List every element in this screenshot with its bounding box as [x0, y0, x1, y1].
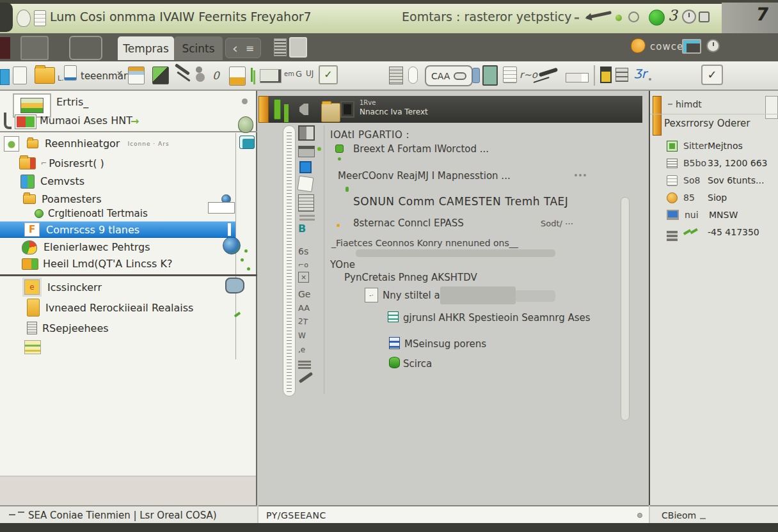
sidebar-item-poisresrt[interactable]: ⌐ Poisresrt( )	[0, 155, 235, 172]
sidebar-item-comrscss-selected[interactable]: F Comrscss 9 tlanes	[0, 221, 235, 238]
ring-icon[interactable]	[628, 12, 639, 22]
stack-icon[interactable]	[615, 68, 628, 82]
title-bar: Lum Cosi onmma IVAIW Feernits Freyahor7 …	[0, 4, 778, 33]
content-line-large[interactable]: SONUN Comm CAMESTEN Tremh TAEJ	[353, 195, 568, 208]
tool-glyph-aa[interactable]: AA	[298, 303, 310, 313]
content-line[interactable]: PynCretais Pnneg AKSHTDV	[344, 272, 477, 283]
cowce-label[interactable]: cowce	[650, 41, 683, 52]
panel-orange-icon[interactable]	[128, 66, 145, 84]
prop-value: Siop	[708, 192, 727, 203]
pencil-tool-icon[interactable]	[299, 372, 314, 384]
window-tool-icon[interactable]	[298, 125, 315, 141]
nav-button-group[interactable]: ‹ ≡	[225, 38, 261, 58]
page-tool-icon[interactable]	[298, 176, 314, 192]
vertical-ruler[interactable]	[283, 125, 296, 396]
tool-glyph-w[interactable]: W	[298, 331, 306, 340]
status-dot[interactable]	[637, 513, 642, 518]
sidebar-item-icssinckerr[interactable]: e Icssinckerr	[0, 278, 235, 297]
mouse-small-icon[interactable]	[238, 116, 253, 133]
green-dot-icon	[615, 15, 622, 21]
sidebar-item-elenierlawec[interactable]: Elenierlawec Pehtrgs	[0, 239, 235, 256]
menu-icon[interactable]: ≡	[246, 42, 254, 54]
confirm-panel-icon[interactable]: ✓	[701, 65, 723, 85]
checkbox-icon[interactable]: -·	[365, 288, 378, 302]
sidebar-item-ivneaed[interactable]: Ivneaed Rerockiieail Realaiss	[0, 297, 235, 318]
clock-small-icon[interactable]	[706, 39, 720, 52]
tool-glyph-e[interactable]: ,e	[298, 345, 305, 354]
printer-tool-icon[interactable]	[298, 146, 315, 157]
content-line[interactable]: gjrunsl AHKR Spestieoin Seamnrg Ases	[403, 312, 591, 324]
sidebar-item-cemvsts[interactable]: Cemvsts	[0, 173, 235, 190]
dot-icon	[649, 78, 651, 81]
monitor-icon[interactable]	[682, 39, 701, 54]
caa-dropdown[interactable]: CAA	[425, 65, 473, 86]
monitor-cursor-icon[interactable]	[260, 69, 282, 83]
cursor-lever-icon[interactable]	[586, 11, 612, 19]
sidebar-item-reennhieatgor[interactable]: Reennhieatgor Iconne · Ars	[0, 135, 235, 152]
digit-icon[interactable]: 3	[668, 7, 678, 24]
tool-glyph-2t[interactable]: 2T	[298, 317, 308, 326]
clock-icon[interactable]	[682, 10, 696, 24]
check-panel-icon[interactable]: ✓	[319, 65, 338, 84]
back-icon[interactable]: ‹	[232, 40, 238, 56]
property-row[interactable]: B5bo 33, 1200 663	[650, 155, 778, 171]
content-line[interactable]: _Fiaetces Ceonnos Konry nnenuned ons__	[331, 238, 518, 248]
grid-view-icon[interactable]	[274, 38, 287, 56]
content-line[interactable]: Scirca	[403, 358, 432, 370]
property-row[interactable]: nui MNSW	[650, 207, 778, 223]
check-dark-icon[interactable]	[539, 68, 558, 77]
blue-pill-icon[interactable]	[472, 68, 480, 83]
boxed-x-icon[interactable]: ×	[298, 272, 309, 283]
grid-panel-icon[interactable]	[389, 66, 403, 84]
sidebar-item-rsepjeehees[interactable]: RSepjeehees	[0, 318, 235, 338]
property-row[interactable]: So8 Sov 6tunts...	[650, 173, 778, 188]
new-page-icon[interactable]	[13, 66, 27, 84]
tab-tempras[interactable]: Tempras	[118, 36, 174, 60]
person-green-icon[interactable]	[152, 66, 169, 84]
sidebar-item-poamesters[interactable]: Poamesters	[0, 191, 235, 208]
paw-icon[interactable]	[631, 38, 646, 53]
slider-box-icon[interactable]	[566, 73, 589, 82]
panel-orange2-icon[interactable]	[229, 66, 246, 86]
sidebar-item-heeil[interactable]: Heeil Lmd(QT'A Lincss K?	[0, 255, 235, 272]
list-tool-icon[interactable]	[298, 361, 311, 363]
pill-icon[interactable]	[408, 66, 418, 84]
panel-view-icon[interactable]	[289, 37, 307, 58]
b-tool-glyph[interactable]: B	[298, 223, 306, 235]
content-line[interactable]: Breext A Fortam IWorctod ...	[353, 143, 489, 155]
sidebar-item-crgltienoatl[interactable]: Crgltienoatl Tertmais	[0, 206, 235, 221]
dark-arrow-icon[interactable]	[175, 63, 190, 75]
doc-tool-icon[interactable]	[298, 194, 314, 212]
tool-glyph-ro[interactable]: ⌐o	[298, 261, 308, 269]
tool-glyph-ge[interactable]: Ge	[298, 289, 310, 299]
content-line[interactable]: MeerCOonv ReajMJ I Mapnesstion ...	[338, 170, 511, 182]
content-line[interactable]: YOne	[330, 259, 355, 270]
blue-green-icon	[20, 175, 35, 189]
doc-lines-icon[interactable]	[503, 66, 517, 83]
tab-scints[interactable]: Scints	[174, 36, 223, 60]
tool-glyph-6s[interactable]: 6s	[298, 246, 308, 256]
battery-icon[interactable]	[600, 66, 612, 83]
blue-square-tool-icon[interactable]	[299, 161, 312, 173]
content-line[interactable]: MSeinsug porens	[404, 338, 486, 350]
square-icon[interactable]	[699, 12, 710, 22]
green-panel-icon[interactable]	[482, 65, 498, 86]
lines-tool-icon[interactable]	[299, 215, 315, 217]
rp-scroll-box[interactable]	[765, 96, 778, 119]
sidebar-item-blank[interactable]	[0, 338, 235, 356]
close-glyph[interactable]: ×	[116, 69, 122, 77]
status-green-icon[interactable]	[649, 10, 665, 26]
open-folder-icon[interactable]	[35, 67, 55, 84]
item-label: Ivneaed Rerockiieail Realaiss	[45, 302, 193, 314]
property-row[interactable]: -45 417350	[650, 224, 778, 240]
edit-box[interactable]	[208, 202, 235, 214]
flag-page-icon[interactable]	[64, 65, 77, 81]
scrollbar[interactable]	[621, 197, 630, 421]
person-icon[interactable]	[196, 66, 202, 73]
content-line[interactable]: 8sternac Conncl EPASS	[353, 217, 464, 229]
property-row[interactable]: Sitter Mejtnos	[650, 138, 778, 153]
blue-square-icon[interactable]	[0, 69, 10, 85]
property-row[interactable]: 85 Siop	[650, 190, 778, 205]
statusbar-right: CBieom	[650, 505, 778, 523]
teal-file-icon[interactable]	[239, 136, 255, 149]
